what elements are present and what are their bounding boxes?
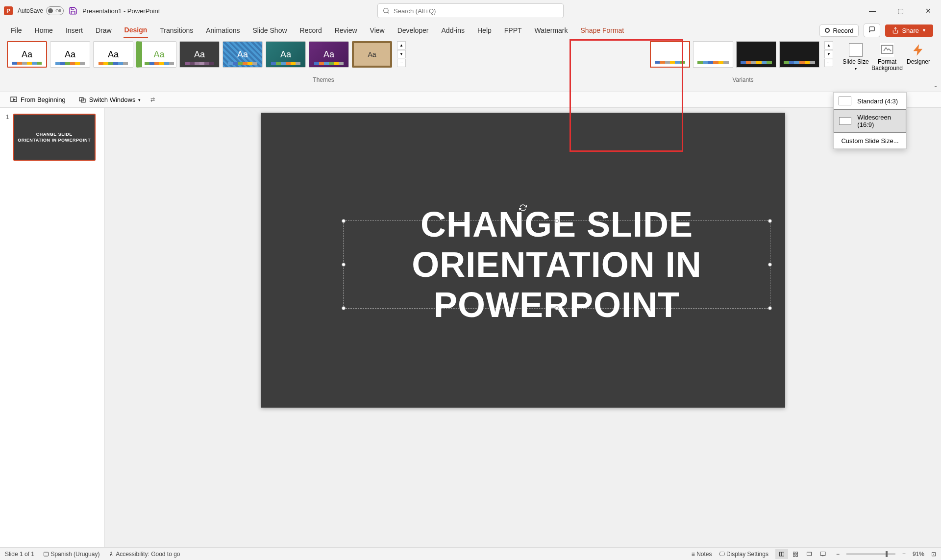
fit-to-window-button[interactable]: ⊡	[931, 551, 936, 558]
slide-thumbnail-1[interactable]: CHANGE SLIDE ORIENTATION IN POWERPOINT	[13, 114, 96, 161]
tab-help[interactable]: Help	[476, 24, 493, 37]
from-beginning-button[interactable]: From Beginning	[7, 95, 69, 105]
variants-gallery-control[interactable]: ▲ ▼ ⋯	[824, 41, 833, 73]
resize-handle[interactable]	[768, 263, 772, 267]
theme-thumb-1[interactable]: Aa	[7, 41, 47, 68]
theme-thumb-6[interactable]: Aa	[223, 41, 263, 68]
switch-windows-button[interactable]: Switch Windows ▾	[75, 95, 144, 105]
svg-rect-12	[793, 552, 795, 554]
zoom-in-button[interactable]: +	[902, 551, 906, 558]
tab-review[interactable]: Review	[334, 24, 358, 37]
ribbon-content: Aa Aa Aa Aa Aa Aa Aa Aa Aa ▲ ▼ ⋯ Themes …	[0, 39, 941, 92]
tab-file[interactable]: File	[10, 24, 23, 37]
record-button[interactable]: Record	[819, 24, 859, 37]
slide-counter[interactable]: Slide 1 of 1	[5, 551, 34, 558]
record-label: Record	[833, 27, 853, 34]
expand-gallery-icon[interactable]: ⋯	[397, 59, 406, 67]
theme-thumb-5[interactable]: Aa	[179, 41, 220, 68]
normal-view-button[interactable]	[775, 549, 788, 559]
svg-rect-15	[796, 555, 798, 557]
tab-design[interactable]: Design	[124, 23, 149, 38]
statusbar: Slide 1 of 1 Spanish (Uruguay) Accessibi…	[0, 547, 941, 560]
windows-icon	[78, 96, 86, 104]
standard-ratio-icon	[839, 97, 851, 105]
scroll-up-icon[interactable]: ▲	[397, 41, 406, 49]
resize-handle[interactable]	[768, 219, 772, 223]
tab-home[interactable]: Home	[34, 24, 54, 37]
close-button[interactable]: ✕	[919, 5, 937, 17]
title-textbox[interactable]: CHANGE SLIDE ORIENTATION IN POWERPOINT	[343, 220, 770, 309]
dropdown-widescreen[interactable]: Widescreen (16:9)	[834, 109, 906, 133]
theme-thumb-7[interactable]: Aa	[266, 41, 306, 68]
zoom-out-button[interactable]: −	[836, 551, 840, 558]
designer-button[interactable]: Designer	[904, 41, 933, 92]
format-background-button[interactable]: Format Background	[872, 41, 902, 92]
slide-size-button[interactable]: Slide Size ▾	[841, 41, 870, 92]
theme-thumb-2[interactable]: Aa	[50, 41, 90, 68]
theme-thumb-3[interactable]: Aa	[93, 41, 133, 68]
slide-sorter-button[interactable]	[789, 549, 802, 559]
chevron-down-icon: ▾	[855, 67, 857, 71]
dropdown-standard[interactable]: Standard (4:3)	[834, 93, 906, 109]
autosave-toggle[interactable]: AutoSave Off	[18, 6, 64, 15]
save-icon[interactable]	[69, 6, 77, 15]
minimize-button[interactable]: —	[863, 5, 882, 17]
resize-handle[interactable]	[342, 263, 346, 267]
slide-canvas[interactable]: CHANGE SLIDE ORIENTATION IN POWERPOINT	[261, 113, 785, 408]
resize-handle[interactable]	[555, 219, 559, 223]
tab-watermark[interactable]: Watermark	[534, 24, 569, 37]
workspace: 1 CHANGE SLIDE ORIENTATION IN POWERPOINT…	[0, 108, 941, 549]
tab-shape-format[interactable]: Shape Format	[580, 24, 625, 37]
collapse-ribbon-icon[interactable]: ⌄	[933, 82, 938, 89]
chevron-down-icon: ▼	[922, 28, 926, 33]
theme-thumb-4[interactable]: Aa	[136, 41, 176, 68]
variant-thumb-4[interactable]	[779, 41, 819, 68]
display-settings-button[interactable]: 🖵 Display Settings	[719, 551, 768, 558]
variant-thumb-2[interactable]	[693, 41, 733, 68]
maximize-button[interactable]: ▢	[891, 5, 910, 17]
svg-rect-16	[807, 552, 811, 556]
resize-handle[interactable]	[768, 306, 772, 310]
theme-thumb-8[interactable]: Aa	[309, 41, 349, 68]
svg-rect-17	[820, 552, 825, 555]
notes-button[interactable]: ≡ Notes	[692, 551, 712, 558]
variant-thumb-1[interactable]	[650, 41, 690, 68]
quick-access-row: From Beginning Switch Windows ▾ ⇄	[0, 92, 941, 108]
tab-record[interactable]: Record	[299, 24, 323, 37]
accessibility-status[interactable]: Accessibility: Good to go	[108, 551, 180, 558]
tab-draw[interactable]: Draw	[95, 24, 113, 37]
toggle-switch[interactable]: Off	[46, 6, 64, 15]
dropdown-custom[interactable]: Custom Slide Size...	[834, 133, 906, 148]
tab-slideshow[interactable]: Slide Show	[252, 24, 288, 37]
tab-developer[interactable]: Developer	[396, 24, 430, 37]
scroll-up-icon[interactable]: ▲	[824, 41, 833, 49]
tab-fppt[interactable]: FPPT	[503, 24, 523, 37]
tab-addins[interactable]: Add-ins	[441, 24, 466, 37]
qat-more-icon[interactable]: ⇄	[150, 97, 155, 103]
slide-title-line1[interactable]: CHANGE SLIDE	[421, 204, 693, 244]
tab-animations[interactable]: Animations	[205, 24, 241, 37]
search-box[interactable]	[377, 3, 564, 18]
zoom-slider[interactable]	[846, 553, 895, 555]
themes-gallery-control[interactable]: ▲ ▼ ⋯	[397, 41, 406, 73]
zoom-level[interactable]: 91%	[913, 551, 924, 558]
resize-handle[interactable]	[342, 219, 346, 223]
comments-button[interactable]	[864, 24, 880, 37]
search-input[interactable]	[394, 7, 558, 15]
theme-thumb-9[interactable]: Aa	[352, 41, 392, 68]
language-indicator[interactable]: Spanish (Uruguay)	[43, 551, 99, 558]
resize-handle[interactable]	[555, 306, 559, 310]
resize-handle[interactable]	[342, 306, 346, 310]
reading-view-button[interactable]	[803, 549, 816, 559]
tab-view[interactable]: View	[369, 24, 386, 37]
slide-title-line2[interactable]: ORIENTATION IN POWERPOINT	[344, 244, 770, 325]
expand-gallery-icon[interactable]: ⋯	[824, 59, 833, 67]
scroll-down-icon[interactable]: ▼	[397, 50, 406, 58]
tab-transitions[interactable]: Transitions	[159, 24, 194, 37]
slideshow-view-button[interactable]	[817, 549, 829, 559]
scroll-down-icon[interactable]: ▼	[824, 50, 833, 58]
comment-icon	[868, 26, 876, 33]
variant-thumb-3[interactable]	[736, 41, 776, 68]
share-button[interactable]: Share ▼	[885, 24, 933, 37]
tab-insert[interactable]: Insert	[65, 24, 84, 37]
